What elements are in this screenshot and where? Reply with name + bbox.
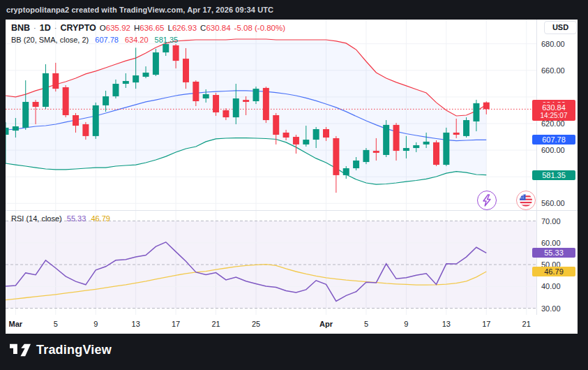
attribution-bar: cryptopolitanpa2 created with TradingVie… xyxy=(0,0,588,20)
candle-body xyxy=(373,151,379,153)
exchange: CRYPTO xyxy=(60,23,96,33)
candle-body xyxy=(403,148,409,151)
candle-body xyxy=(313,129,319,140)
candle-body xyxy=(363,150,369,162)
price-badge: 607.78 xyxy=(532,135,575,145)
candle-body xyxy=(63,87,69,115)
candle-body xyxy=(343,168,349,175)
rsi-tick-label: 60.00 xyxy=(541,239,561,247)
ohlc-open: O635.92 xyxy=(100,24,130,32)
candle-body xyxy=(112,84,119,96)
price-tick-label: 600.00 xyxy=(541,146,565,154)
candle-body xyxy=(13,126,19,131)
footer-bar: TradingView xyxy=(0,334,588,370)
lightning-event-icon[interactable] xyxy=(477,191,497,210)
candle-body xyxy=(22,102,29,128)
candle-body xyxy=(453,133,460,135)
candle-body xyxy=(153,52,159,75)
rsi-title: RSI (14, close) xyxy=(11,214,62,223)
ohlc-high: H636.65 xyxy=(134,24,165,32)
price-tick-label: 560.00 xyxy=(541,199,565,207)
time-tick-label: 17 xyxy=(482,320,490,328)
rsi-legend[interactable]: RSI (14, close) 55.33 46.79 xyxy=(11,214,113,223)
interval[interactable]: 1D xyxy=(40,23,51,33)
candle-body xyxy=(173,45,179,61)
candle-body xyxy=(293,137,299,145)
candle-body xyxy=(433,142,439,165)
rsi-value: 55.33 xyxy=(67,214,86,223)
candle-body xyxy=(93,105,99,136)
candle-body xyxy=(52,73,59,89)
time-axis[interactable]: Mar5913172125Apr59131721 xyxy=(6,315,578,334)
bb-basis-value: 607.78 xyxy=(95,36,119,44)
rsi-pane[interactable] xyxy=(6,210,536,315)
ohlc-low: L626.93 xyxy=(167,24,197,32)
candle-body xyxy=(283,133,289,138)
candle-body xyxy=(213,95,219,112)
us-flag-event-icon[interactable] xyxy=(516,191,536,210)
rsi-tick-label: 30.00 xyxy=(541,304,561,313)
time-tick-label: 21 xyxy=(211,320,220,328)
main-pane[interactable] xyxy=(6,20,536,210)
time-tick-label: 17 xyxy=(172,320,180,328)
attribution-text: cryptopolitanpa2 created with TradingVie… xyxy=(6,6,273,14)
time-tick-label: 13 xyxy=(132,320,140,328)
candle-body xyxy=(443,133,449,165)
time-tick-label: 9 xyxy=(93,320,98,328)
symbol-legend-row: BNB · 1D · CRYPTO O635.92 H636.65 L626.9… xyxy=(11,23,285,33)
tradingview-logo-icon xyxy=(10,343,31,357)
pane-separator[interactable] xyxy=(6,210,578,211)
candle-body xyxy=(483,103,490,110)
candle-body xyxy=(383,125,389,155)
candle-body xyxy=(423,142,430,145)
candle-body xyxy=(123,81,129,84)
candle-body xyxy=(333,138,339,175)
change-value: -5.08 (-0.80%) xyxy=(234,24,286,32)
price-badge: 630.8414:25:07 xyxy=(532,103,575,121)
time-tick-label: 5 xyxy=(54,320,58,328)
candle-body xyxy=(203,94,209,98)
candle-body xyxy=(323,129,329,138)
candle-body xyxy=(263,88,269,120)
rsi-badge: 46.79 xyxy=(532,267,575,276)
candle-body xyxy=(413,145,419,148)
rsi-tick-label: 70.00 xyxy=(541,217,561,225)
time-tick-label: 13 xyxy=(442,320,451,328)
candle-body xyxy=(73,115,79,126)
candle-body xyxy=(273,115,279,135)
time-tick-label: Apr xyxy=(319,320,333,328)
price-chart-svg xyxy=(6,20,536,210)
price-badge: 581.35 xyxy=(532,170,575,180)
ohlc-close: C630.84 xyxy=(200,24,231,32)
candle-body xyxy=(463,120,469,136)
bb-legend-row[interactable]: BB (20, SMA, close, 2) 607.78 634.20 581… xyxy=(11,36,285,44)
candle-body xyxy=(233,98,239,117)
time-tick-label: 21 xyxy=(522,320,531,328)
candle-body xyxy=(303,140,309,145)
rsi-tick-label: 40.00 xyxy=(541,282,561,290)
rsi-ma-value: 46.79 xyxy=(91,214,110,223)
candle-body xyxy=(193,82,199,101)
bb-title: BB (20, SMA, close, 2) xyxy=(11,36,89,44)
candle-body xyxy=(103,96,109,105)
time-tick-label: 9 xyxy=(404,320,408,328)
candle-body xyxy=(183,59,189,82)
candle-body xyxy=(243,100,249,102)
candle-body xyxy=(163,44,169,52)
candle-body xyxy=(473,103,479,121)
bb-lower-value: 581.35 xyxy=(155,36,179,44)
candle-body xyxy=(33,102,39,107)
rsi-chart-svg xyxy=(6,210,536,315)
price-tick-label: 680.00 xyxy=(541,40,565,48)
bb-upper-value: 634.20 xyxy=(125,36,149,44)
candle-body xyxy=(143,73,149,77)
candle-body xyxy=(43,73,49,107)
candle-body xyxy=(353,161,359,168)
symbol-legend[interactable]: BNB · 1D · CRYPTO O635.92 H636.65 L626.9… xyxy=(11,23,285,44)
candle-body xyxy=(82,124,89,136)
rsi-badge: 55.33 xyxy=(532,248,575,258)
symbol-name[interactable]: BNB xyxy=(11,23,30,33)
currency-button[interactable]: USD xyxy=(544,21,577,34)
tradingview-logo[interactable]: TradingView xyxy=(10,343,112,357)
candle-body xyxy=(6,128,9,135)
